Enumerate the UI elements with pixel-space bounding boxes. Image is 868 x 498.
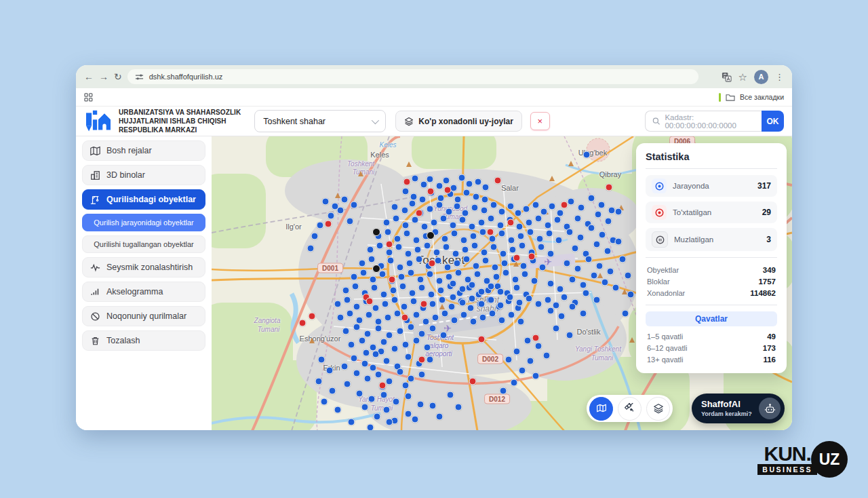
map-marker-red[interactable] xyxy=(366,298,374,305)
map-marker-blue[interactable] xyxy=(390,287,397,294)
map-marker-blue[interactable] xyxy=(348,419,355,426)
map-marker-blue[interactable] xyxy=(467,305,475,312)
map-marker-blue[interactable] xyxy=(361,360,369,368)
map-marker-blue[interactable] xyxy=(412,416,419,423)
map-marker-blue[interactable] xyxy=(497,288,505,296)
map-marker-blue[interactable] xyxy=(549,203,556,210)
map-marker-blue[interactable] xyxy=(488,283,495,290)
map-marker-blue[interactable] xyxy=(367,424,374,431)
stat-row-toxtatilgan[interactable]: To'xtatilgan 29 xyxy=(646,202,777,223)
layers-button[interactable] xyxy=(646,397,670,421)
map-marker-blue[interactable] xyxy=(315,378,323,385)
map-marker-red[interactable] xyxy=(299,320,307,327)
map-marker-blue[interactable] xyxy=(344,381,351,388)
map-marker-blue[interactable] xyxy=(402,382,410,389)
map-marker-blue[interactable] xyxy=(470,233,477,240)
map-marker-black[interactable] xyxy=(427,231,435,240)
map-marker-blue[interactable] xyxy=(419,196,427,204)
sidebar-item-seysmik[interactable]: Seysmik zonalashtirish xyxy=(82,257,205,277)
map-marker-blue[interactable] xyxy=(523,206,530,213)
map-marker-blue[interactable] xyxy=(569,276,576,284)
map-marker-blue[interactable] xyxy=(498,230,506,237)
map-marker-blue[interactable] xyxy=(409,200,416,208)
map-marker-blue[interactable] xyxy=(488,215,495,223)
map-marker-blue[interactable] xyxy=(462,246,469,254)
map-marker-blue[interactable] xyxy=(470,318,477,326)
map-marker-blue[interactable] xyxy=(511,379,518,387)
map-marker-blue[interactable] xyxy=(393,215,400,223)
map-marker-blue[interactable] xyxy=(370,364,377,372)
map-marker-blue[interactable] xyxy=(342,287,350,294)
map-marker-blue[interactable] xyxy=(553,325,560,332)
map-marker-blue[interactable] xyxy=(311,233,319,240)
map-marker-blue[interactable] xyxy=(412,175,419,183)
browser-menu-icon[interactable]: ⋮ xyxy=(775,73,784,81)
map-marker-blue[interactable] xyxy=(436,183,443,190)
map-marker-blue[interactable] xyxy=(479,229,487,236)
search-ok-button[interactable]: OK xyxy=(762,111,784,132)
profile-avatar[interactable]: A xyxy=(754,70,768,84)
map-marker-blue[interactable] xyxy=(568,198,575,206)
map-marker-blue[interactable] xyxy=(448,303,456,311)
map-marker-blue[interactable] xyxy=(328,212,335,220)
map-marker-blue[interactable] xyxy=(547,250,555,258)
map-marker-blue[interactable] xyxy=(593,296,601,304)
map-marker-blue[interactable] xyxy=(490,202,498,209)
map-marker-blue[interactable] xyxy=(554,216,561,224)
map-marker-blue[interactable] xyxy=(307,245,315,252)
sidebar-subitem-jarayonidagi[interactable]: Qurilish jarayonidagi obyektlar xyxy=(82,214,205,231)
map-marker-blue[interactable] xyxy=(526,295,533,303)
map-marker-red[interactable] xyxy=(416,210,423,217)
map-marker-blue[interactable] xyxy=(574,265,582,273)
map-marker-blue[interactable] xyxy=(391,204,399,211)
map-marker-blue[interactable] xyxy=(393,398,400,406)
map-marker-blue[interactable] xyxy=(372,305,380,312)
map-marker-blue[interactable] xyxy=(402,341,410,349)
map-marker-blue[interactable] xyxy=(473,193,480,201)
map-marker-red[interactable] xyxy=(386,241,393,248)
reload-icon[interactable]: ↻ xyxy=(114,72,122,81)
map-marker-blue[interactable] xyxy=(471,242,479,250)
map-marker-blue[interactable] xyxy=(535,301,542,308)
map-marker-blue[interactable] xyxy=(418,330,426,338)
map-marker-blue[interactable] xyxy=(348,341,355,349)
map-marker-blue[interactable] xyxy=(441,235,449,243)
map-marker-blue[interactable] xyxy=(543,352,551,360)
map-marker-blue[interactable] xyxy=(539,264,547,271)
map-marker-blue[interactable] xyxy=(391,345,399,353)
map-marker-red[interactable] xyxy=(561,202,568,209)
map-marker-blue[interactable] xyxy=(585,256,593,263)
map-marker-blue[interactable] xyxy=(596,263,604,270)
map-marker-blue[interactable] xyxy=(356,390,363,398)
map-marker-blue[interactable] xyxy=(450,222,457,229)
map-marker-blue[interactable] xyxy=(561,294,568,301)
map-marker-blue[interactable] xyxy=(469,223,476,231)
map-marker-blue[interactable] xyxy=(413,337,420,345)
map-marker-blue[interactable] xyxy=(481,249,488,256)
map-marker-blue[interactable] xyxy=(588,225,595,232)
map-marker-blue[interactable] xyxy=(337,314,344,322)
map-marker-blue[interactable] xyxy=(519,367,526,375)
map-marker-red[interactable] xyxy=(309,313,316,320)
map-marker-blue[interactable] xyxy=(386,419,393,426)
map-marker-blue[interactable] xyxy=(409,290,416,297)
map-marker-blue[interactable] xyxy=(532,202,540,209)
map-marker-blue[interactable] xyxy=(513,348,521,356)
map-marker-blue[interactable] xyxy=(580,282,587,289)
map-marker-blue[interactable] xyxy=(386,332,393,339)
map-marker-blue[interactable] xyxy=(455,404,462,411)
map-marker-blue[interactable] xyxy=(501,260,509,267)
map-marker-blue[interactable] xyxy=(353,370,361,377)
map-marker-blue[interactable] xyxy=(401,207,409,214)
all-bookmarks[interactable]: Все закладки xyxy=(719,93,784,102)
map-marker-blue[interactable] xyxy=(405,250,412,258)
map-marker-red[interactable] xyxy=(513,254,521,262)
map-marker-blue[interactable] xyxy=(405,410,412,418)
map-marker-blue[interactable] xyxy=(371,284,378,292)
map-marker-blue[interactable] xyxy=(531,277,538,285)
map-marker-blue[interactable] xyxy=(382,301,389,308)
sidebar-subitem-tugallangan[interactable]: Qurilishi tugallangan obyektlar xyxy=(82,235,205,253)
map-marker-blue[interactable] xyxy=(352,283,359,290)
map-marker-blue[interactable] xyxy=(418,371,426,379)
map-marker-blue[interactable] xyxy=(479,314,487,322)
